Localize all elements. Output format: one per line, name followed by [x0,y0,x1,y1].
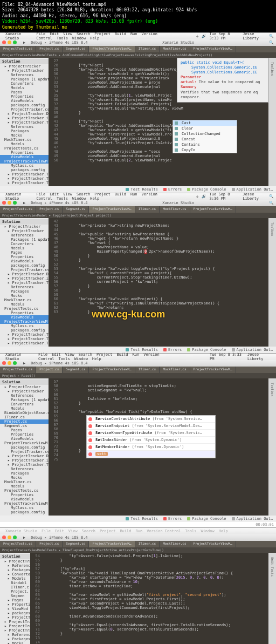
tree-node[interactable]: ▸ ProjectTracker [0,389,49,394]
code-line[interactable]: 48 newProjectName = value; [49,245,268,249]
menu-search[interactable]: Search [77,32,90,36]
minimize-window-button[interactable] [8,535,11,539]
tree-node[interactable]: MockTimer.cs [0,298,49,302]
code-line[interactable]: 72 } [30,632,268,636]
editor-tab[interactable]: ITimer.cs [135,46,160,52]
zoom-window-button[interactable] [13,361,17,365]
test-results-tab[interactable]: Test Results [126,517,158,521]
tree-node[interactable]: ▸ Pages [0,598,30,602]
editor-tab[interactable]: Project.cs [36,206,63,213]
code-line[interactable]: 49 viewModel.AddCommand.Execute(nul [49,154,268,158]
menu-tools[interactable]: Tools [59,357,70,361]
tree-node[interactable]: Segment.cs [0,424,49,428]
code-editor[interactable]: 4243 "kw">private "kw">string newProject… [49,218,268,347]
menu-project[interactable]: Project [94,192,111,196]
code-line[interactable]: 59 [49,293,268,297]
tree-node[interactable]: ProjectTrackerViewM [0,159,49,164]
tree-node[interactable]: packages.config [0,103,49,107]
code-line[interactable]: 57 [49,379,268,384]
code-line[interactable]: 63 [49,405,268,410]
console-tab[interactable]: Package Console [187,187,226,192]
tree-node[interactable]: Mocks [0,476,49,480]
tree-node[interactable]: ▸ Packages [0,637,30,641]
close-window-button[interactable] [2,201,6,205]
code-line[interactable]: 61 IsActive = "kw">false; [49,397,268,401]
tree-node[interactable]: Models [0,302,49,307]
tree-node[interactable]: ▸ ProjectTra [0,628,30,633]
tree-node[interactable]: ViewModels [0,259,49,263]
code-line[interactable]: 62 "kw">return; [49,306,268,310]
completion-item[interactable]: Contains [173,142,237,147]
code-line[interactable]: 57 ["ty">Fact] [30,567,268,571]
editor-tab[interactable]: Segment.cs [63,206,89,213]
tree-node[interactable]: ITimer.cs [0,415,49,419]
test-results-tab[interactable]: Test Results [126,187,158,192]
code-line[interactable]: 54 "ty">Assert.False(viewModel.Projects[… [30,554,268,558]
toolbox-strip[interactable]: Unit Tests [268,553,276,644]
menu-run[interactable]: Run [130,32,137,36]
code-line[interactable]: 60 [49,392,268,397]
menu-project[interactable]: Project [100,529,116,533]
menu-view[interactable]: View [68,529,78,533]
errors-tab[interactable]: Errors [163,348,182,352]
tree-node[interactable]: ▸ ProjectTracker.Tests.Droid [0,333,49,337]
tree-node[interactable]: References [0,285,49,289]
tree-node[interactable]: BindableObjectBase.c [0,411,49,415]
tree-node[interactable]: ▸ ProjectTracker.Tests [0,120,49,125]
code-line[interactable]: 60 "kw">var secondsToAdvance = 10; [30,580,268,584]
output-tab[interactable]: Application Out… [232,517,273,521]
editor-tab[interactable]: ProjectTests.cs [0,541,36,547]
volume-icon[interactable]: 🔊 [202,34,206,38]
tree-node[interactable]: ▸ ProjectTracker [0,64,49,69]
tree-node[interactable]: Models [0,86,49,90]
menu-version-control[interactable]: Version Control [147,529,181,533]
tree-node[interactable]: ▸ ProjectTracker.Tests.IO [0,341,49,345]
tree-node[interactable]: ▸ Reference [0,633,30,637]
code-editor[interactable]: 54 "ty">Assert.False(viewModel.Projects[… [30,553,268,644]
completion-item[interactable]: Clear [173,126,237,131]
tree-node[interactable]: ▸ ProjectTracker.Tests.iOS [0,177,49,181]
tree-node[interactable]: packages.config [0,328,49,333]
tree-node[interactable]: packages.config [0,168,49,172]
completion-item[interactable]: Concat [173,137,237,142]
test-results-tab[interactable]: Test Results [126,348,158,352]
menu-edit[interactable]: Edit [52,352,61,357]
run-button[interactable]: ▶ [23,535,25,540]
tree-node[interactable]: Properties [0,493,49,497]
menu-window[interactable]: Window [72,36,86,40]
menu-build[interactable]: Build [120,529,131,533]
menu-file[interactable]: File [38,352,47,357]
tree-node[interactable]: ▸ ProjectTracker.Tests.IO [0,181,49,185]
code-line[interactable]: 55 currentProject.StopTracking(timer.Utc… [49,275,268,280]
app-menu[interactable]: Xamarin Studio [5,192,32,201]
tree-node[interactable]: Packages (1 update) [0,238,49,242]
tree-node[interactable]: Converters [0,242,49,246]
code-line[interactable]: 55 } [30,558,268,562]
menu-run[interactable]: Run [133,352,140,357]
tree-node[interactable]: ▸ ProjectTracker.Tests.Droid [0,172,49,177]
code-line[interactable]: 58 } [49,288,268,293]
editor-tab[interactable]: Project.cs [36,367,63,373]
tree-node[interactable]: MyClass.cs [0,324,49,328]
tree-node[interactable]: ▸ ProjectTra [0,559,30,564]
code-line[interactable]: 38 "ty">Assert.Equal("kw">string.Empty, … [49,106,268,111]
menu-file[interactable]: File [36,192,45,196]
menu-tools[interactable]: Tools [185,529,196,533]
tree-node[interactable]: ViewModels [0,155,49,159]
tree-node[interactable]: ▸ ProjectTracker [0,225,49,229]
completion-item[interactable]: ServiceEndpoint (from 'System.ServiceMod… [87,423,215,430]
wifi-icon[interactable]: ⏚ [196,34,198,38]
completion-item[interactable]: sett [87,451,215,458]
editor-tab[interactable]: ITimer.cs [135,367,160,373]
tree-node[interactable]: MyClass.cs [0,164,49,168]
tree-node[interactable]: ▸ ProjectTracker.Droid [0,272,49,276]
tree-node[interactable]: ▸ ProjectTra [0,624,30,628]
menubar-user[interactable]: Jesse Liberty [247,352,274,361]
completion-item[interactable]: ServiceKnownTypeAttribute (from 'System.… [87,430,215,437]
tree-node[interactable]: Properties [0,432,49,437]
menu-build[interactable]: Build [115,32,126,36]
menu-edit[interactable]: Edit [50,32,59,36]
tree-node[interactable]: ▸ ViewMod [0,607,30,611]
tree-node[interactable]: Converters [0,402,49,406]
tree-node[interactable]: Pages [0,90,49,94]
